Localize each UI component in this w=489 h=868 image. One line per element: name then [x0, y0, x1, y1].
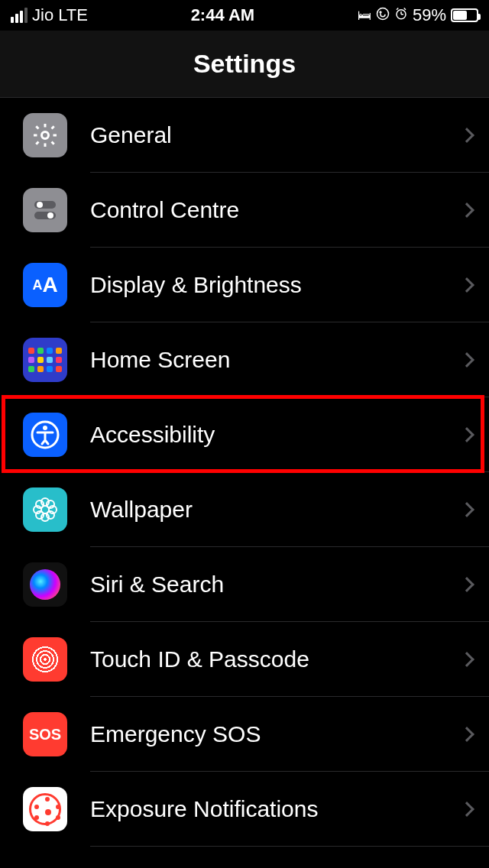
alarm-icon	[394, 7, 408, 24]
fingerprint-icon	[23, 637, 67, 682]
home-grid-icon	[23, 338, 67, 382]
row-siri-search[interactable]: Siri & Search	[0, 547, 489, 622]
flower-icon	[23, 487, 67, 532]
row-label: Exposure Notifications	[90, 796, 461, 822]
text-size-icon: AA	[23, 263, 67, 307]
row-control-centre[interactable]: Control Centre	[0, 173, 489, 248]
svg-line-5	[404, 8, 406, 9]
network-label: LTE	[58, 5, 88, 25]
signal-icon	[11, 8, 28, 23]
chevron-right-icon	[459, 277, 474, 293]
settings-list: General Control Centre AA Display & Brig…	[0, 98, 489, 847]
chevron-right-icon	[459, 427, 474, 442]
row-display-brightness[interactable]: AA Display & Brightness	[0, 248, 489, 322]
row-label: Touch ID & Passcode	[90, 646, 461, 672]
row-label: Siri & Search	[90, 572, 461, 598]
chevron-right-icon	[459, 352, 474, 368]
svg-point-10	[47, 212, 53, 219]
row-wallpaper[interactable]: Wallpaper	[0, 472, 489, 547]
row-label: Emergency SOS	[90, 721, 461, 747]
chevron-right-icon	[459, 202, 474, 218]
status-left: Jio LTE	[11, 5, 88, 25]
chevron-right-icon	[459, 727, 474, 742]
row-label: Home Screen	[90, 347, 461, 373]
battery-percent: 59%	[413, 5, 446, 25]
status-right: 🛏 59%	[358, 5, 478, 25]
orientation-lock-icon	[376, 7, 390, 24]
clock: 2:44 AM	[191, 5, 255, 25]
chevron-right-icon	[459, 577, 474, 592]
row-label: General	[90, 122, 461, 148]
row-home-screen[interactable]: Home Screen	[0, 322, 489, 397]
battery-icon	[451, 8, 478, 22]
page-title: Settings	[193, 49, 296, 79]
svg-line-4	[397, 8, 398, 9]
row-general[interactable]: General	[0, 98, 489, 173]
row-emergency-sos[interactable]: SOS Emergency SOS	[0, 697, 489, 772]
row-exposure-notifications[interactable]: Exposure Notifications	[0, 772, 489, 847]
toggles-icon	[23, 188, 67, 232]
sos-text: SOS	[29, 726, 61, 743]
bed-icon: 🛏	[358, 8, 371, 24]
status-bar: Jio LTE 2:44 AM 🛏 59%	[0, 0, 489, 31]
row-touch-id-passcode[interactable]: Touch ID & Passcode	[0, 622, 489, 697]
gear-icon	[23, 113, 67, 157]
chevron-right-icon	[459, 802, 474, 817]
chevron-right-icon	[459, 502, 474, 517]
row-label: Control Centre	[90, 197, 461, 223]
svg-point-12	[43, 426, 47, 430]
exposure-icon	[23, 787, 67, 831]
sos-icon: SOS	[23, 712, 67, 756]
chevron-right-icon	[459, 128, 474, 143]
carrier-label: Jio	[32, 5, 53, 25]
svg-point-6	[42, 132, 49, 139]
chevron-right-icon	[459, 652, 474, 667]
svg-point-0	[377, 8, 388, 19]
row-label: Wallpaper	[90, 497, 461, 523]
row-label: Display & Brightness	[90, 272, 461, 298]
row-accessibility[interactable]: Accessibility	[0, 397, 489, 472]
siri-icon	[23, 562, 67, 607]
svg-point-8	[37, 202, 43, 208]
row-label: Accessibility	[90, 422, 461, 448]
settings-header: Settings	[0, 31, 489, 98]
accessibility-icon	[23, 413, 67, 457]
